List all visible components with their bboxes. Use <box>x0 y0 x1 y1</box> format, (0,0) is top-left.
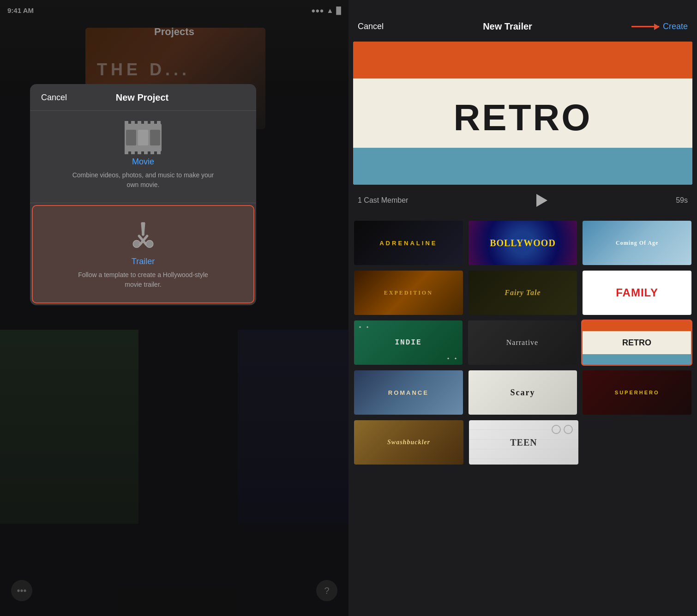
trailer-row-4: ROMANCE Scary SUPERHERO <box>353 369 692 416</box>
teen-label: TEEN <box>510 437 537 448</box>
film-strip <box>125 124 162 151</box>
commingage-bg: Coming Of Age <box>583 221 691 265</box>
movie-option-desc: Combine videos, photos, and music to mak… <box>69 170 217 190</box>
family-label: FAMILY <box>616 286 658 299</box>
cast-label: 1 Cast Member <box>358 196 408 205</box>
romance-label: ROMANCE <box>388 389 429 396</box>
narrative-label: Narrative <box>506 338 538 347</box>
arrow-right-icon <box>631 26 659 27</box>
retro-top-bar <box>353 42 692 79</box>
fairytale-label: Fairy Tale <box>505 289 541 297</box>
film-icon <box>125 124 162 151</box>
right-title-group: New Trailer <box>483 21 532 32</box>
trailer-thumb-retro[interactable]: RETRO <box>581 320 692 366</box>
play-icon <box>536 194 547 207</box>
trailer-thumb-fairy-tale[interactable]: Fairy Tale <box>468 270 578 316</box>
film-frame-1 <box>126 130 136 145</box>
modal-header: Cancel New Project <box>30 84 256 111</box>
play-button[interactable] <box>532 190 552 211</box>
swashbuckler-label: Swashbuckler <box>387 439 430 446</box>
duration-label: 59s <box>676 196 688 205</box>
movie-option-name: Movie <box>132 157 154 167</box>
superhero-bg: SUPERHERO <box>583 370 691 415</box>
trailer-thumb-superhero[interactable]: SUPERHERO <box>582 369 692 416</box>
trailer-thumb-scary[interactable]: Scary <box>468 369 578 416</box>
trailer-thumb-adrenaline[interactable]: ADRENALINE <box>353 220 464 266</box>
trailer-thumb-coming-of-age[interactable]: Coming Of Age <box>582 220 692 266</box>
retro-thumb-top-bar <box>583 321 691 331</box>
indie-bg: ✦ ✦ iNDiE ✦ ✦ <box>354 320 463 365</box>
trailer-option-desc: Follow a template to create a Hollywood-… <box>69 270 217 290</box>
expedition-bg: EXPEDITION <box>354 271 463 315</box>
movie-option[interactable]: Movie Combine videos, photos, and music … <box>30 111 256 203</box>
trailer-thumb-narrative[interactable]: Narrative <box>467 320 577 366</box>
create-with-arrow: Create <box>631 22 688 31</box>
modal-cancel-button[interactable]: Cancel <box>41 93 67 103</box>
commingage-label: Coming Of Age <box>616 240 658 247</box>
scary-bg: Scary <box>469 370 577 415</box>
trailer-grid: ADRENALINE Bollywood Coming Of Age EXPED… <box>348 216 697 616</box>
trailer-row-3: ✦ ✦ iNDiE ✦ ✦ Narrative RETRO <box>353 320 692 366</box>
indie-stars-left: ✦ ✦ <box>359 324 370 330</box>
trailer-thumb-swashbuckler[interactable]: Swashbuckler <box>353 419 464 465</box>
right-header: Cancel New Trailer Create <box>348 0 697 42</box>
retro-bg: RETRO <box>583 321 691 364</box>
preview-controls: 1 Cast Member 59s <box>348 185 697 216</box>
narrative-bg: Narrative <box>468 320 577 365</box>
trailer-thumb-bollywood[interactable]: Bollywood <box>468 220 578 266</box>
right-cancel-button[interactable]: Cancel <box>358 22 384 31</box>
adrenaline-bg: ADRENALINE <box>354 221 463 265</box>
teen-circle-2 <box>552 425 561 434</box>
trailer-row-2: EXPEDITION Fairy Tale FAMILY <box>353 270 692 316</box>
trailer-option[interactable]: Trailer Follow a template to create a Ho… <box>32 205 254 303</box>
scary-label: Scary <box>511 388 535 398</box>
swashbuckler-bg: Swashbuckler <box>354 420 463 465</box>
trailer-row-5: Swashbuckler TEEN <box>353 419 692 465</box>
trailer-option-name: Trailer <box>132 257 155 266</box>
indie-stars-right: ✦ ✦ <box>447 356 458 361</box>
bollywood-label: Bollywood <box>490 238 556 248</box>
trailer-thumb-indie[interactable]: ✦ ✦ iNDiE ✦ ✦ <box>353 320 463 366</box>
trailer-thumb-empty <box>583 419 692 465</box>
trailer-thumb-romance[interactable]: ROMANCE <box>353 369 464 416</box>
modal-title: New Project <box>116 92 168 103</box>
film-frame-2 <box>138 130 148 145</box>
right-panel: Cancel New Trailer Create RETRO 1 Cast M… <box>348 0 697 616</box>
trailer-row-1: ADRENALINE Bollywood Coming Of Age <box>353 220 692 266</box>
teen-bg: TEEN <box>469 420 578 465</box>
scissors-icon <box>125 219 162 251</box>
retro-thumb-bottom-bar <box>583 354 691 364</box>
bollywood-bg: Bollywood <box>469 221 577 265</box>
family-bg: FAMILY <box>583 271 691 315</box>
film-frame-3 <box>150 130 160 145</box>
retro-preview-text: RETRO <box>454 97 592 139</box>
fairytale-bg: Fairy Tale <box>469 271 577 315</box>
preview-container: RETRO <box>353 42 692 185</box>
romance-bg: ROMANCE <box>354 370 463 415</box>
left-panel: THE D... 9:41 AM ●●● ▲ █ Projects Cancel… <box>0 0 348 616</box>
trailer-thumb-teen[interactable]: TEEN <box>468 419 579 465</box>
svg-point-3 <box>146 240 153 248</box>
right-title: New Trailer <box>483 21 532 32</box>
teen-circle-1 <box>564 425 573 434</box>
indie-label: iNDiE <box>395 338 421 347</box>
new-project-modal: Cancel New Project Movie Combine videos,… <box>30 84 256 305</box>
trailer-thumb-expedition[interactable]: EXPEDITION <box>353 270 464 316</box>
trailer-thumb-family[interactable]: FAMILY <box>582 270 692 316</box>
scissors-svg <box>127 219 159 251</box>
superhero-label: SUPERHERO <box>615 390 660 395</box>
retro-bottom-bar <box>353 148 692 185</box>
adrenaline-label: ADRENALINE <box>379 240 437 247</box>
retro-thumb-label: RETRO <box>622 338 651 348</box>
retro-preview: RETRO <box>353 42 692 185</box>
create-button[interactable]: Create <box>663 22 688 31</box>
expedition-label: EXPEDITION <box>384 290 433 296</box>
